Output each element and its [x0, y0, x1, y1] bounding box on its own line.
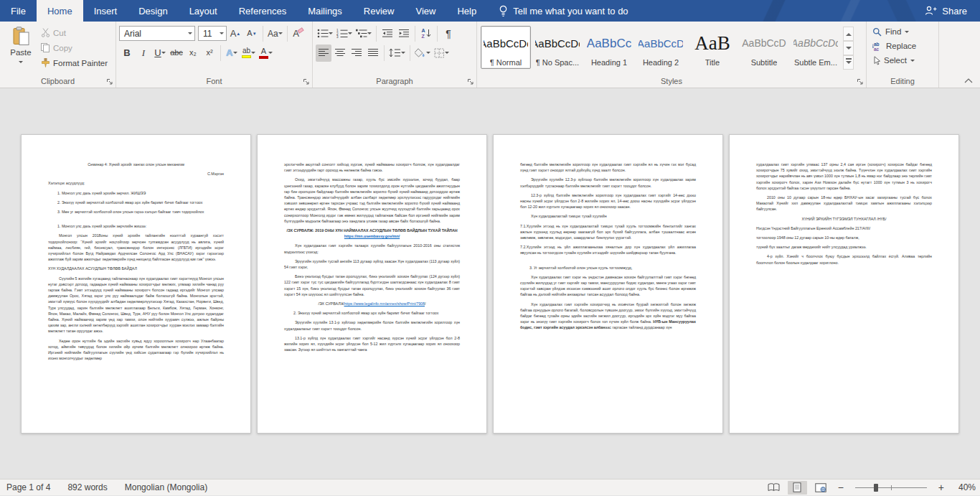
document-page[interactable]: худалдаалах гэмт хэргийн улмаас 137 орны…: [729, 134, 959, 434]
increase-indent-button[interactable]: [396, 25, 412, 42]
styles-dialog-launcher[interactable]: [856, 78, 864, 85]
change-case-button[interactable]: Aa: [266, 25, 284, 42]
shrink-font-button[interactable]: A▼: [244, 25, 260, 42]
tell-me-box[interactable]: Tell me what you want to do: [499, 0, 628, 22]
document-page[interactable]: бөгөөд бэлгийн мөлжлөгийн зорилгоор хүн …: [493, 134, 723, 434]
multilevel-list-button[interactable]: [354, 25, 373, 42]
italic-button[interactable]: I: [136, 45, 151, 62]
font-family-combo[interactable]: Arial: [119, 26, 195, 41]
zoom-out-button[interactable]: −: [835, 482, 847, 493]
tab-view[interactable]: View: [405, 0, 446, 22]
style-subtitle[interactable]: AaBbCcD Subtitle: [739, 26, 789, 69]
bold-button[interactable]: B: [119, 45, 135, 62]
borders-button[interactable]: [433, 45, 451, 62]
pilcrow-glyph: ¶: [446, 28, 451, 39]
paragraph-dialog-launcher[interactable]: [466, 78, 474, 85]
share-button[interactable]: Share: [925, 0, 980, 22]
tab-home[interactable]: Home: [37, 0, 83, 22]
find-dropdown-arrow[interactable]: [905, 31, 909, 35]
collapse-ribbon-button[interactable]: [964, 78, 973, 83]
underline-dropdown-arrow[interactable]: [161, 52, 166, 56]
tab-file[interactable]: File: [0, 0, 37, 22]
tab-review[interactable]: Review: [353, 0, 405, 22]
line-spacing-dropdown-arrow[interactable]: [401, 52, 405, 56]
find-button[interactable]: Find: [870, 24, 936, 39]
subscript-button[interactable]: x₂: [185, 45, 201, 62]
replace-button[interactable]: abac Replace: [870, 39, 936, 53]
zoom-slider-handle[interactable]: [874, 484, 878, 492]
read-mode-button[interactable]: [764, 481, 783, 495]
change-case-dropdown-arrow[interactable]: [278, 32, 283, 37]
multilevel-dropdown-arrow[interactable]: [367, 32, 372, 37]
styles-scroll-up-button[interactable]: [843, 27, 854, 41]
style-no-spacing[interactable]: AaBbCcDc ¶ No Spac...: [532, 26, 583, 69]
highlight-button[interactable]: ab: [240, 45, 257, 62]
style-title[interactable]: AaB Title: [687, 26, 738, 69]
zoom-slider[interactable]: [855, 487, 927, 488]
document-page[interactable]: эрхлэгчийн аюултай сонголт хийхэд хүргэж…: [257, 134, 487, 434]
font-color-button[interactable]: A: [258, 45, 274, 62]
grow-font-button[interactable]: A▲: [227, 25, 243, 42]
paste-button[interactable]: Paste: [3, 24, 39, 75]
cut-label: Cut: [53, 29, 66, 37]
select-button[interactable]: Select: [870, 53, 936, 67]
styles-gallery-more-button[interactable]: [843, 55, 854, 70]
font-family-dropdown-arrow[interactable]: [188, 32, 192, 37]
align-center-button[interactable]: [332, 45, 348, 62]
tab-help[interactable]: Help: [446, 0, 487, 22]
document-canvas[interactable]: Семинар 4: Хүний эрхийг хангах олон улсы…: [0, 88, 980, 479]
show-paragraph-marks-button[interactable]: ¶: [440, 25, 456, 42]
highlight-dropdown-arrow[interactable]: [251, 52, 255, 56]
bullets-dropdown-arrow[interactable]: [329, 32, 333, 37]
style-heading-1[interactable]: AaBbCc Heading 1: [584, 26, 634, 69]
cut-button[interactable]: Cut: [39, 25, 110, 40]
clipboard-dialog-launcher[interactable]: [105, 78, 113, 85]
text-effects-dropdown-arrow[interactable]: [233, 52, 237, 56]
copy-button[interactable]: Copy: [39, 40, 110, 55]
numbering-dropdown-arrow[interactable]: [348, 32, 352, 37]
tab-design[interactable]: Design: [128, 0, 178, 22]
tab-mailings[interactable]: Mailings: [297, 0, 353, 22]
underline-button[interactable]: U: [152, 45, 168, 62]
page-indicator[interactable]: Page 1 of 4: [6, 482, 50, 492]
zoom-percentage[interactable]: 40%: [951, 482, 976, 492]
tab-insert[interactable]: Insert: [83, 0, 128, 22]
style-heading-2[interactable]: AaBbCcD Heading 2: [636, 26, 686, 69]
borders-dropdown-arrow[interactable]: [445, 52, 449, 56]
style-subtle-emphasis[interactable]: AaBbCcDc Subtle Em...: [791, 26, 841, 69]
font-size-combo[interactable]: 11: [198, 26, 227, 41]
decrease-indent-button[interactable]: [380, 25, 395, 42]
select-dropdown-arrow[interactable]: [910, 60, 915, 64]
paste-dropdown-arrow[interactable]: [19, 61, 23, 65]
word-count[interactable]: 892 words: [67, 482, 107, 492]
superscript-button[interactable]: x²: [202, 45, 217, 62]
group-styles: AaBbCcDc ¶ Normal AaBbCcDc ¶ No Spac... …: [477, 22, 867, 88]
style-normal[interactable]: AaBbCcDc ¶ Normal: [481, 26, 531, 69]
bullets-button[interactable]: [316, 25, 334, 42]
styles-scroll-down-button[interactable]: [843, 41, 854, 55]
web-layout-button[interactable]: [811, 481, 831, 495]
paragraph: 2. Энэхүү хүний зөрчилтэй холбоотой ямар…: [48, 200, 224, 205]
zoom-in-button[interactable]: +: [936, 482, 947, 493]
align-left-button[interactable]: [316, 45, 331, 62]
print-layout-button[interactable]: [788, 481, 807, 495]
clear-formatting-button[interactable]: A: [291, 25, 306, 42]
paragraph: С.Мэргэн: [48, 171, 224, 177]
numbering-button[interactable]: 123: [335, 25, 354, 42]
format-painter-button[interactable]: Format Painter: [39, 55, 110, 70]
text-effects-button[interactable]: A: [224, 45, 240, 62]
sort-button[interactable]: AZ: [418, 25, 434, 42]
language-indicator[interactable]: Mongolian (Mongolia): [125, 482, 207, 492]
shading-dropdown-arrow[interactable]: [426, 52, 430, 56]
font-size-dropdown-arrow[interactable]: [220, 32, 224, 37]
justify-button[interactable]: [365, 45, 381, 62]
strikethrough-button[interactable]: abc: [169, 45, 184, 62]
font-dialog-launcher[interactable]: [302, 78, 310, 85]
shading-button[interactable]: [413, 45, 432, 62]
align-right-button[interactable]: [349, 45, 364, 62]
font-color-dropdown-arrow[interactable]: [268, 52, 273, 56]
tab-layout[interactable]: Layout: [179, 0, 228, 22]
line-spacing-button[interactable]: [387, 45, 407, 62]
document-page[interactable]: Семинар 4: Хүний эрхийг хангах олон улсы…: [21, 134, 251, 434]
tab-references[interactable]: References: [228, 0, 297, 22]
